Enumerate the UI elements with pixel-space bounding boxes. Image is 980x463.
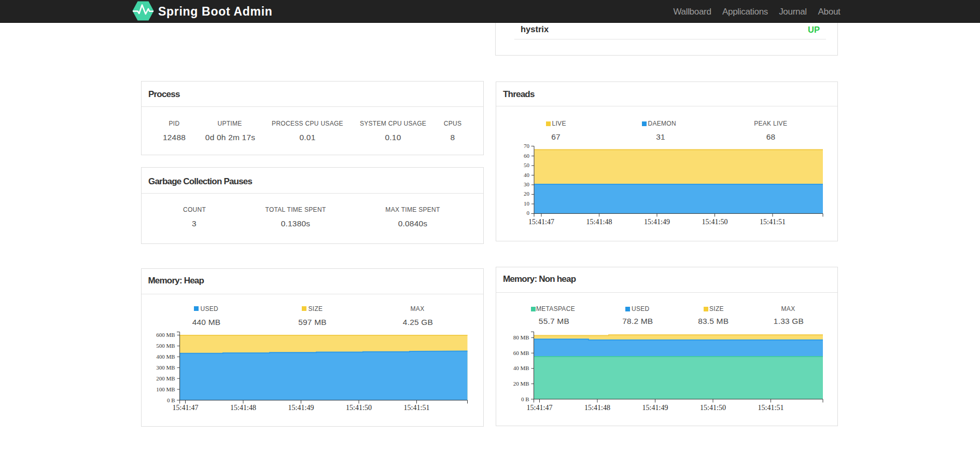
svg-text:15:41:51: 15:41:51 — [758, 404, 784, 412]
svg-text:15:41:49: 15:41:49 — [642, 404, 668, 412]
svg-text:15:41:49: 15:41:49 — [644, 218, 670, 226]
svg-text:15:41:50: 15:41:50 — [346, 404, 372, 412]
svg-text:15:41:47: 15:41:47 — [173, 404, 199, 412]
svg-text:15:41:47: 15:41:47 — [527, 404, 553, 412]
svg-text:15:41:49: 15:41:49 — [288, 404, 314, 412]
svg-text:15:41:47: 15:41:47 — [528, 218, 554, 226]
svg-text:100 MB: 100 MB — [156, 386, 175, 392]
svg-text:80 MB: 80 MB — [513, 334, 529, 341]
svg-text:300 MB: 300 MB — [156, 364, 175, 371]
svg-text:400 MB: 400 MB — [156, 353, 175, 360]
svg-text:0 B: 0 B — [521, 396, 529, 402]
svg-text:15:41:51: 15:41:51 — [760, 218, 786, 226]
svg-text:30: 30 — [524, 181, 530, 187]
svg-text:15:41:50: 15:41:50 — [700, 404, 726, 412]
svg-text:70: 70 — [524, 143, 530, 149]
svg-text:15:41:50: 15:41:50 — [702, 218, 728, 226]
svg-text:50: 50 — [524, 162, 530, 168]
svg-text:20 MB: 20 MB — [513, 380, 529, 387]
svg-text:500 MB: 500 MB — [156, 343, 175, 349]
svg-text:60 MB: 60 MB — [513, 350, 529, 356]
svg-text:10: 10 — [524, 200, 530, 207]
svg-text:15:41:48: 15:41:48 — [230, 404, 256, 412]
svg-text:15:41:48: 15:41:48 — [584, 404, 610, 412]
svg-text:0: 0 — [527, 210, 530, 216]
svg-text:200 MB: 200 MB — [156, 375, 175, 382]
svg-text:40: 40 — [524, 172, 530, 178]
svg-text:20: 20 — [524, 190, 530, 197]
svg-text:600 MB: 600 MB — [156, 332, 175, 338]
svg-text:15:41:48: 15:41:48 — [586, 218, 612, 226]
svg-text:40 MB: 40 MB — [513, 365, 529, 371]
svg-text:60: 60 — [524, 153, 530, 159]
svg-text:15:41:51: 15:41:51 — [404, 404, 430, 412]
svg-text:0 B: 0 B — [167, 397, 175, 403]
